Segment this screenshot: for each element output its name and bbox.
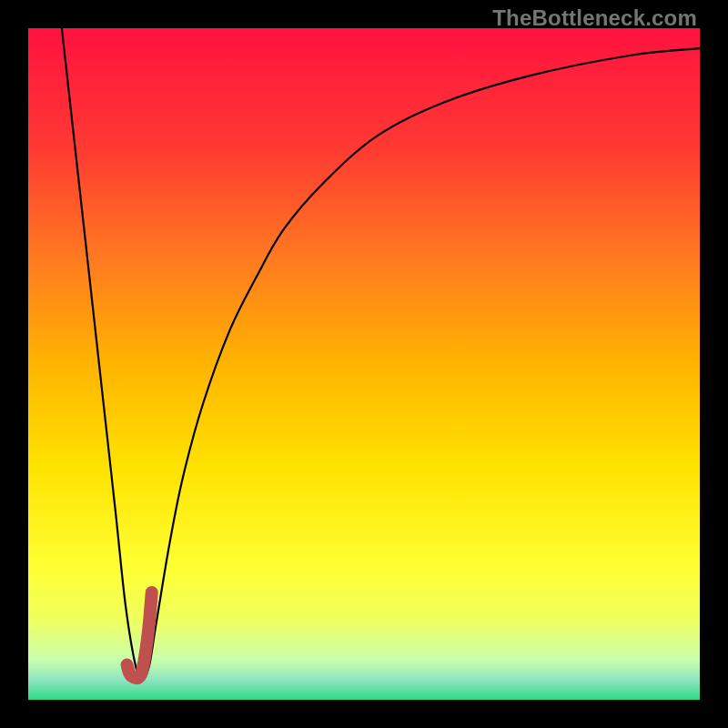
watermark-text: TheBottleneck.com (492, 5, 697, 31)
chart-frame: TheBottleneck.com (0, 0, 728, 728)
plot-area (28, 28, 700, 700)
curve-svg (28, 28, 700, 700)
bottleneck-curve (62, 28, 700, 680)
